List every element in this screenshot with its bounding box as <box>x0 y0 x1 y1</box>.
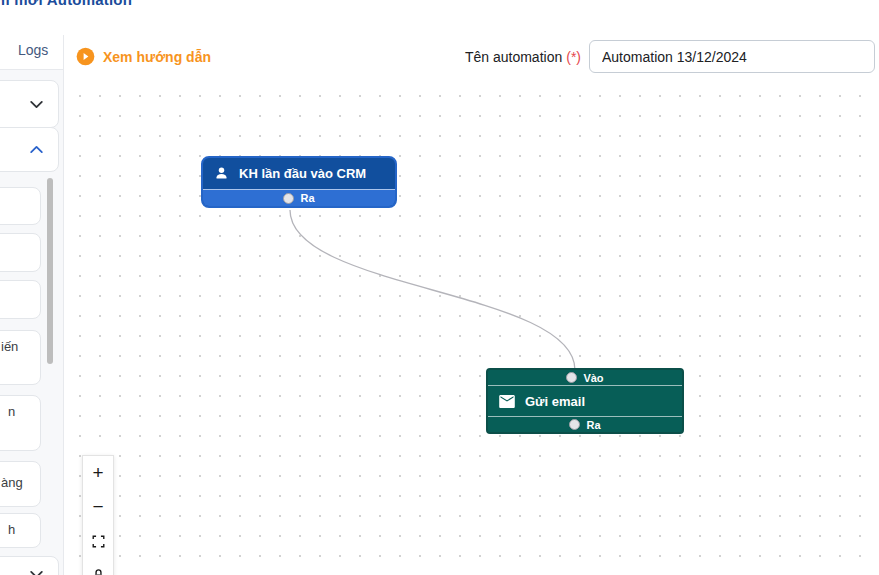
tab-bar: Logs <box>0 35 63 70</box>
sidebar-item[interactable]: iến <box>0 330 41 385</box>
sidebar-section-collapsed[interactable] <box>0 80 59 128</box>
sidebar-item-label: h <box>8 522 15 537</box>
node-title: KH lần đầu vào CRM <box>239 166 366 181</box>
zoom-in-button[interactable]: + <box>83 456 113 490</box>
lock-icon <box>92 568 105 575</box>
sidebar-section-expanded[interactable] <box>0 127 59 172</box>
automation-name-input[interactable] <box>589 40 875 73</box>
node-footer: Ra <box>203 189 395 206</box>
fit-view-button[interactable] <box>83 524 113 558</box>
chevron-down-icon <box>28 96 45 113</box>
sidebar: Logs iến n àng h <box>0 35 64 575</box>
sidebar-section-bottom[interactable] <box>0 556 59 575</box>
automation-name-label: Tên automation(*) <box>465 49 581 65</box>
canvas-header: Xem hướng dẫn Tên automation(*) <box>64 35 879 78</box>
sidebar-item-label: n <box>8 404 15 419</box>
flow-canvas[interactable]: KH lần đầu vào CRM Ra Vào Gửi email Ra +… <box>64 78 879 575</box>
sidebar-scrollbar[interactable] <box>47 178 53 364</box>
node-trigger[interactable]: KH lần đầu vào CRM Ra <box>201 156 397 208</box>
input-port-handle[interactable] <box>566 372 577 383</box>
canvas-controls: + − <box>82 455 114 575</box>
sidebar-item-label: iến <box>1 339 18 354</box>
node-title: Gửi email <box>525 394 585 409</box>
fit-view-icon <box>92 535 105 548</box>
page-title: Thêm mới Automation <box>0 0 132 8</box>
sidebar-item[interactable] <box>0 280 41 319</box>
node-footer: Ra <box>488 416 682 432</box>
required-marker: (*) <box>566 49 581 65</box>
output-port-label: Ra <box>586 419 600 431</box>
node-send-email[interactable]: Vào Gửi email Ra <box>486 368 684 434</box>
view-guide-link[interactable]: Xem hướng dẫn <box>76 47 211 66</box>
sidebar-item[interactable] <box>0 187 41 225</box>
email-icon <box>499 395 515 408</box>
view-guide-label: Xem hướng dẫn <box>103 49 211 65</box>
edge-trigger-to-email <box>64 78 879 575</box>
lock-button[interactable] <box>83 558 113 575</box>
output-port-handle[interactable] <box>283 193 294 204</box>
tab-logs[interactable]: Logs <box>18 42 48 58</box>
sidebar-item[interactable] <box>0 233 41 272</box>
output-port-label: Ra <box>300 192 314 204</box>
play-circle-icon <box>76 47 95 66</box>
automation-name-group: Tên automation(*) <box>465 40 875 73</box>
sidebar-item[interactable]: àng <box>0 461 41 507</box>
chevron-down-icon <box>28 566 45 575</box>
output-port-handle[interactable] <box>569 419 580 430</box>
chevron-up-icon <box>28 141 45 158</box>
sidebar-item[interactable]: h <box>0 513 41 548</box>
zoom-out-button[interactable]: − <box>83 490 113 524</box>
node-header: Vào <box>488 370 682 386</box>
sidebar-item-label: àng <box>1 475 23 490</box>
input-port-label: Vào <box>583 372 603 384</box>
person-icon <box>214 166 229 181</box>
sidebar-item[interactable]: n <box>0 395 41 451</box>
